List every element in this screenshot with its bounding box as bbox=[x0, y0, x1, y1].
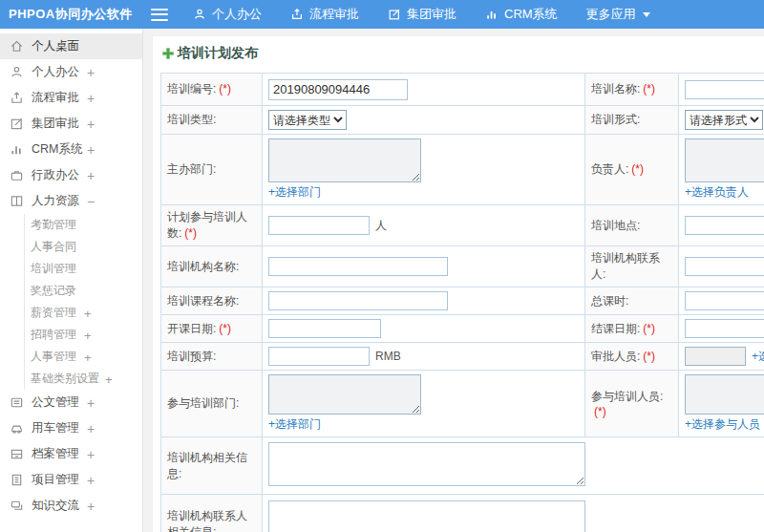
sidebar-item-crm[interactable]: CRM系统 + bbox=[0, 137, 142, 162]
total-hours-input[interactable] bbox=[685, 291, 764, 310]
org-info-textarea[interactable] bbox=[268, 442, 585, 486]
sidebar-subitem-base-category[interactable]: 基础类别设置+ bbox=[25, 368, 142, 390]
sidebar-subitem-salary[interactable]: 薪资管理+ bbox=[25, 302, 142, 324]
sidebar-item-flow-approval[interactable]: 流程审批 + bbox=[0, 85, 142, 111]
car-icon bbox=[10, 421, 24, 436]
leader-textarea[interactable] bbox=[685, 138, 764, 182]
sidebar-item-admin-office[interactable]: 行政办公 + bbox=[0, 162, 142, 188]
start-date-input[interactable] bbox=[268, 319, 381, 338]
main-content: 培训计划发布 培训编号:(*) 培训名称:(*) 培训类型: 请选择类型 培训形… bbox=[143, 29, 764, 532]
app-logo: PHPOA协同办公软件 bbox=[0, 6, 143, 23]
crm-icon bbox=[10, 142, 24, 157]
select-leader-link[interactable]: +选择负责人 bbox=[685, 184, 749, 201]
select-participate-staff-link[interactable]: +选择参与人员 bbox=[685, 416, 760, 433]
org-contact-info-textarea[interactable] bbox=[268, 500, 585, 532]
end-date-input[interactable] bbox=[685, 319, 764, 338]
sidebar-item-personal-desktop[interactable]: 个人桌面 bbox=[0, 33, 142, 59]
training-place-input[interactable] bbox=[685, 216, 764, 235]
topnav-personal-office[interactable]: 个人办公 bbox=[193, 6, 262, 23]
top-bar: PHPOA协同办公软件 个人办公 流程审批 集团审批 CRM系统 更多应用 bbox=[0, 0, 764, 29]
sidebar-item-official-doc[interactable]: 公文管理 + bbox=[0, 390, 142, 415]
sidebar-item-hr[interactable]: 人力资源 − bbox=[0, 188, 142, 214]
archive-icon bbox=[10, 447, 24, 461]
doc-icon bbox=[10, 395, 24, 410]
select-dept-link[interactable]: +选择部门 bbox=[268, 184, 321, 201]
crm-icon bbox=[485, 8, 499, 21]
sidebar-item-vehicle[interactable]: 用车管理 + bbox=[0, 415, 142, 441]
caret-down-icon bbox=[643, 12, 650, 17]
topnav-crm[interactable]: CRM系统 bbox=[485, 6, 558, 23]
approve-icon bbox=[10, 117, 24, 131]
participate-dept-textarea[interactable] bbox=[268, 374, 421, 415]
hamburger-menu-icon[interactable] bbox=[151, 9, 168, 21]
host-dept-textarea[interactable] bbox=[268, 138, 421, 182]
sidebar-item-knowledge[interactable]: 知识交流 + bbox=[0, 493, 142, 519]
training-plan-form: 培训编号:(*) 培训名称:(*) 培训类型: 请选择类型 培训形式: 请选择形… bbox=[160, 73, 764, 532]
budget-input[interactable] bbox=[268, 347, 370, 366]
training-number-input[interactable] bbox=[268, 79, 408, 100]
home-icon bbox=[10, 39, 24, 53]
sidebar-item-group-approval[interactable]: 集团审批 + bbox=[0, 111, 142, 137]
sidebar-subitem-training[interactable]: 培训管理 bbox=[25, 258, 142, 280]
flow-icon bbox=[290, 8, 304, 21]
approve-icon bbox=[388, 8, 401, 21]
training-type-select[interactable]: 请选择类型 bbox=[268, 110, 347, 130]
form-panel: 培训计划发布 培训编号:(*) 培训名称:(*) 培训类型: 请选择类型 培训形… bbox=[153, 36, 764, 532]
hr-submenu: 考勤管理 人事合同 培训管理 奖惩记录 薪资管理+ 招聘管理+ 人事管理+ 基础… bbox=[24, 214, 142, 390]
chat-icon bbox=[10, 499, 24, 513]
approver-input[interactable] bbox=[685, 347, 746, 366]
org-name-input[interactable] bbox=[268, 257, 448, 276]
top-nav: 个人办公 流程审批 集团审批 CRM系统 更多应用 bbox=[193, 6, 679, 23]
add-icon bbox=[162, 48, 174, 59]
topnav-more-apps[interactable]: 更多应用 bbox=[586, 6, 650, 23]
topnav-group-approval[interactable]: 集团审批 bbox=[388, 6, 456, 23]
select-approver-link[interactable]: +选择审批人员 bbox=[752, 349, 764, 365]
page-title: 培训计划发布 bbox=[162, 45, 764, 62]
sidebar-item-archive[interactable]: 档案管理 + bbox=[0, 441, 142, 467]
sidebar-subitem-attendance[interactable]: 考勤管理 bbox=[25, 214, 142, 236]
training-mode-select[interactable]: 请选择形式 bbox=[685, 110, 763, 130]
sidebar: 个人桌面 个人办公 + 流程审批 + 集团审批 + CRM系统 + 行政办公 + bbox=[0, 29, 143, 532]
briefcase-icon bbox=[10, 168, 24, 182]
topnav-flow-approval[interactable]: 流程审批 bbox=[290, 6, 359, 23]
sidebar-item-personal-office[interactable]: 个人办公 + bbox=[0, 59, 142, 85]
participate-staff-textarea[interactable] bbox=[685, 374, 764, 415]
sidebar-item-project[interactable]: 项目管理 + bbox=[0, 467, 142, 493]
sidebar-subitem-contract[interactable]: 人事合同 bbox=[25, 236, 142, 258]
hr-icon bbox=[10, 194, 24, 208]
user-icon bbox=[193, 8, 206, 21]
course-name-input[interactable] bbox=[268, 291, 448, 310]
select-participate-dept-link[interactable]: +选择部门 bbox=[268, 416, 321, 433]
sidebar-subitem-reward[interactable]: 奖惩记录 bbox=[25, 280, 142, 302]
user-icon bbox=[10, 65, 24, 79]
sidebar-subitem-recruit[interactable]: 招聘管理+ bbox=[25, 324, 142, 346]
project-icon bbox=[10, 473, 24, 487]
sidebar-subitem-personnel[interactable]: 人事管理+ bbox=[25, 346, 142, 368]
training-name-input[interactable] bbox=[685, 80, 764, 99]
flow-icon bbox=[10, 91, 24, 105]
org-contact-input[interactable] bbox=[685, 257, 764, 276]
planned-count-input[interactable] bbox=[268, 216, 370, 235]
